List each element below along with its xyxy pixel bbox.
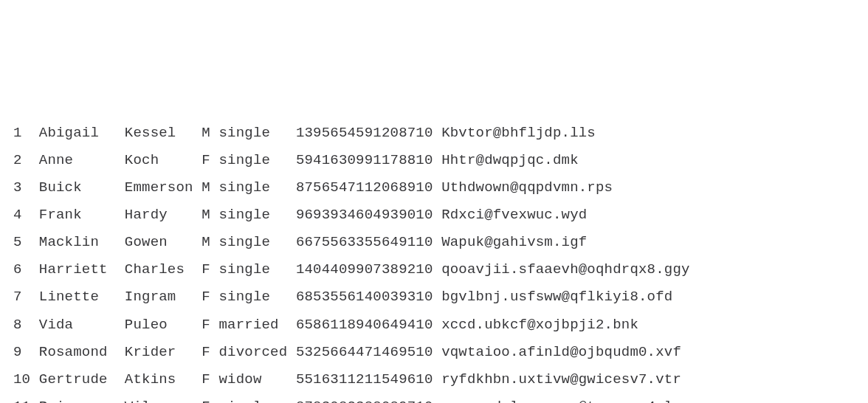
last-cell: Koch bbox=[125, 152, 202, 168]
number-cell: 5516311211549610 bbox=[296, 371, 441, 388]
first-cell: Macklin bbox=[39, 234, 125, 250]
first-cell: Anne bbox=[39, 152, 125, 168]
sex-cell: F bbox=[202, 344, 218, 360]
sex-cell: F bbox=[202, 289, 218, 305]
last-cell: Gowen bbox=[125, 234, 202, 250]
number-cell: 1404409907389210 bbox=[296, 261, 441, 278]
first-cell: Linette bbox=[39, 289, 125, 305]
idx-cell: 8 bbox=[13, 317, 39, 333]
number-cell: 6586118940649410 bbox=[296, 317, 441, 333]
first-cell: Frank bbox=[39, 207, 125, 223]
status-cell: single bbox=[218, 125, 295, 141]
idx-cell: 5 bbox=[13, 234, 39, 250]
table-row: 3 Buick Emmerson M single 87565471120689… bbox=[13, 174, 855, 202]
last-cell: Emmerson bbox=[125, 179, 202, 196]
status-cell: married bbox=[218, 317, 295, 333]
sex-cell: M bbox=[202, 207, 218, 223]
table-row: 4 Frank Hardy M single 9693934604939010 … bbox=[13, 202, 855, 229]
table-row: 10 Gertrude Atkins F widow 5516311211549… bbox=[13, 366, 855, 393]
table-row: 7 Linette Ingram F single 68535561400393… bbox=[13, 283, 855, 311]
first-cell: Raina bbox=[39, 399, 125, 403]
table-row: 5 Macklin Gowen M single 667556335564911… bbox=[13, 229, 855, 256]
email-cell: ryfdkhbn.uxtivw@gwicesv7.vtr bbox=[441, 371, 681, 388]
first-cell: Harriett bbox=[39, 261, 125, 278]
number-cell: 8756547112068910 bbox=[296, 179, 441, 196]
table-row: 6 Harriett Charles F single 140440990738… bbox=[13, 256, 855, 283]
first-cell: Buick bbox=[39, 179, 125, 196]
number-cell: 6853556140039310 bbox=[296, 289, 441, 305]
idx-cell: 4 bbox=[13, 207, 39, 223]
status-cell: single bbox=[218, 234, 295, 250]
email-cell: Rdxci@fvexwuc.wyd bbox=[441, 207, 587, 223]
last-cell: Puleo bbox=[125, 317, 202, 333]
idx-cell: 9 bbox=[13, 344, 39, 360]
data-table: 1 Abigail Kessel M single 13956545912087… bbox=[13, 120, 855, 403]
number-cell: 1395654591208710 bbox=[296, 125, 441, 141]
last-cell: Atkins bbox=[125, 371, 202, 388]
first-cell: Abigail bbox=[39, 125, 125, 141]
last-cell: Wilson bbox=[125, 399, 202, 403]
last-cell: Charles bbox=[125, 261, 202, 278]
number-cell: 5941630991178810 bbox=[296, 152, 441, 168]
last-cell: Kessel bbox=[125, 125, 202, 141]
number-cell: 9693934604939010 bbox=[296, 207, 441, 223]
last-cell: Hardy bbox=[125, 207, 202, 223]
first-cell: Gertrude bbox=[39, 371, 125, 388]
first-cell: Vida bbox=[39, 317, 125, 333]
number-cell: 5325664471469510 bbox=[296, 344, 441, 360]
number-cell: 6675563355649110 bbox=[296, 234, 441, 250]
status-cell: single bbox=[218, 179, 295, 196]
status-cell: single bbox=[218, 289, 295, 305]
sex-cell: M bbox=[202, 179, 218, 196]
email-cell: nupme.dglnympyns@twnaoqq4.lxw bbox=[441, 399, 689, 403]
idx-cell: 6 bbox=[13, 261, 39, 278]
sex-cell: F bbox=[202, 399, 218, 403]
sex-cell: F bbox=[202, 261, 218, 278]
email-cell: Kbvtor@bhfljdp.lls bbox=[441, 125, 596, 141]
idx-cell: 10 bbox=[13, 371, 39, 388]
table-row: 1 Abigail Kessel M single 13956545912087… bbox=[13, 120, 855, 147]
idx-cell: 7 bbox=[13, 289, 39, 305]
status-cell: single bbox=[218, 152, 295, 168]
sex-cell: M bbox=[202, 234, 218, 250]
email-cell: Hhtr@dwqpjqc.dmk bbox=[441, 152, 579, 168]
idx-cell: 2 bbox=[13, 152, 39, 168]
email-cell: Wapuk@gahivsm.igf bbox=[441, 234, 587, 250]
email-cell: bgvlbnj.usfsww@qflkiyi8.ofd bbox=[441, 289, 672, 305]
table-row: 2 Anne Koch F single 5941630991178810 Hh… bbox=[13, 147, 855, 174]
table-row: 11 Raina Wilson F single 878308238808971… bbox=[13, 393, 855, 403]
idx-cell: 1 bbox=[13, 125, 39, 141]
status-cell: single bbox=[218, 261, 295, 278]
table-row: 9 Rosamond Krider F divorced 53256644714… bbox=[13, 339, 855, 366]
last-cell: Krider bbox=[125, 344, 202, 360]
first-cell: Rosamond bbox=[39, 344, 125, 360]
idx-cell: 3 bbox=[13, 179, 39, 196]
sex-cell: F bbox=[202, 317, 218, 333]
email-cell: Uthdwown@qqpdvmn.rps bbox=[441, 179, 613, 196]
status-cell: divorced bbox=[218, 344, 295, 360]
last-cell: Ingram bbox=[125, 289, 202, 305]
email-cell: xccd.ubkcf@xojbpji2.bnk bbox=[441, 317, 638, 333]
status-cell: single bbox=[218, 399, 295, 403]
status-cell: single bbox=[218, 207, 295, 223]
status-cell: widow bbox=[218, 371, 295, 388]
table-row: 8 Vida Puleo F married 6586118940649410 … bbox=[13, 311, 855, 339]
sex-cell: F bbox=[202, 371, 218, 388]
email-cell: qooavjii.sfaaevh@oqhdrqx8.ggy bbox=[441, 261, 689, 278]
number-cell: 8783082388089710 bbox=[296, 399, 441, 403]
idx-cell: 11 bbox=[13, 399, 39, 403]
sex-cell: M bbox=[202, 125, 218, 141]
sex-cell: F bbox=[202, 152, 218, 168]
email-cell: vqwtaioo.afinld@ojbqudm0.xvf bbox=[441, 344, 681, 360]
